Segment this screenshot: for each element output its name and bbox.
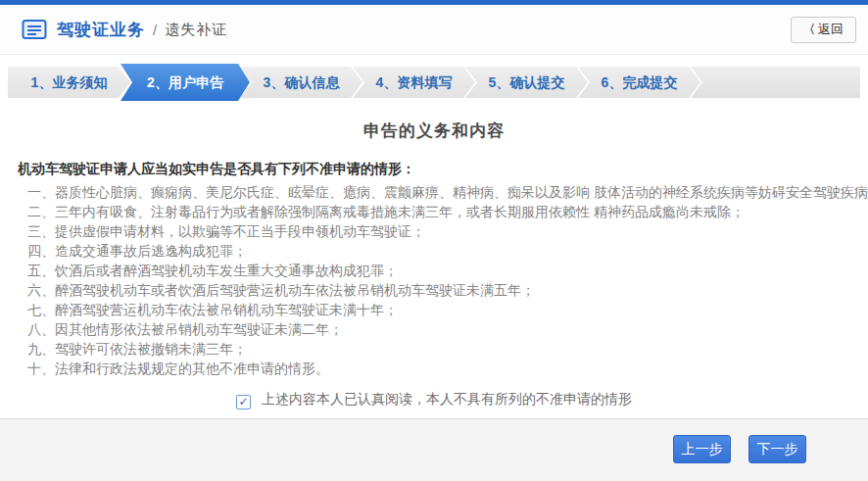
breadcrumb-current: 遗失补证: [165, 21, 227, 39]
declaration-item-9: 九、驾驶许可依法被撤销未满三年；: [27, 339, 868, 359]
wizard-bar-filler: [691, 67, 860, 98]
wizard-step-6[interactable]: 6、完成提交: [578, 67, 700, 98]
declaration-list: 一、器质性心脏病、癫痫病、美尼尔氏症、眩晕症、癔病、震颤麻痹、精神病、痴呆以及影…: [27, 182, 868, 378]
declaration-item-10: 十、法律和行政法规规定的其他不准申请的情形。: [27, 359, 868, 378]
declaration-item-8: 八、因其他情形依法被吊销机动车驾驶证未满二年；: [27, 319, 868, 339]
wizard-step-2[interactable]: 2、用户申告: [121, 64, 250, 101]
chevron-left-icon: 〈: [803, 22, 815, 38]
declaration-item-4: 四、造成交通事故后逃逸构成犯罪；: [27, 241, 868, 261]
page-title: 驾驶证业务: [57, 19, 145, 41]
declaration-item-6: 六、醉酒驾驶机动车或者饮酒后驾驶营运机动车依法被吊销机动车驾驶证未满五年；: [27, 280, 868, 300]
back-button-label: 返回: [818, 21, 844, 38]
next-step-button[interactable]: 下一步: [748, 435, 806, 463]
main-content: 申告的义务和内容 机动车驾驶证申请人应当如实申告是否具有下列不准申请的情形： 一…: [0, 120, 868, 409]
declaration-item-2: 二、三年内有吸食、注射毒品行为或者解除强制隔离戒毒措施未满三年，或者长期服用依赖…: [27, 202, 868, 221]
header: 驾驶证业务 / 遗失补证 〈 返回: [0, 5, 868, 55]
wizard-step-4[interactable]: 4、资料填写: [353, 67, 475, 98]
step-wizard: 1、业务须知2、用户申告3、确认信息4、资料填写5、确认提交6、完成提交: [8, 67, 860, 98]
declaration-item-1: 一、器质性心脏病、癫痫病、美尼尔氏症、眩晕症、癔病、震颤麻痹、精神病、痴呆以及影…: [27, 182, 868, 202]
declaration-item-3: 三、提供虚假申请材料，以欺骗等不正当手段申领机动车驾驶证；: [27, 221, 868, 241]
content-title: 申告的义务和内容: [0, 120, 868, 142]
agreement-checkbox[interactable]: ✓: [236, 395, 251, 409]
license-card-icon: [22, 19, 47, 40]
agreement-label[interactable]: 上述内容本人已认真阅读，本人不具有所列的不准申请的情形: [262, 391, 632, 407]
back-button[interactable]: 〈 返回: [791, 17, 856, 43]
footer: 上一步 下一步: [0, 418, 868, 481]
wizard-step-1[interactable]: 1、业务须知: [8, 67, 130, 98]
wizard-step-5[interactable]: 5、确认提交: [465, 67, 588, 98]
wizard-step-3[interactable]: 3、确认信息: [240, 67, 362, 98]
agreement-row: ✓ 上述内容本人已认真阅读，本人不具有所列的不准申请的情形: [0, 391, 868, 409]
declaration-item-5: 五、饮酒后或者醉酒驾驶机动车发生重大交通事故构成犯罪；: [27, 261, 868, 280]
declaration-item-7: 七、醉酒驾驶营运机动车依法被吊销机动车驾驶证未满十年；: [27, 300, 868, 319]
prev-step-button[interactable]: 上一步: [673, 435, 731, 463]
declaration-intro: 机动车驾驶证申请人应当如实申告是否具有下列不准申请的情形：: [18, 161, 868, 178]
breadcrumb-separator: /: [153, 22, 157, 38]
